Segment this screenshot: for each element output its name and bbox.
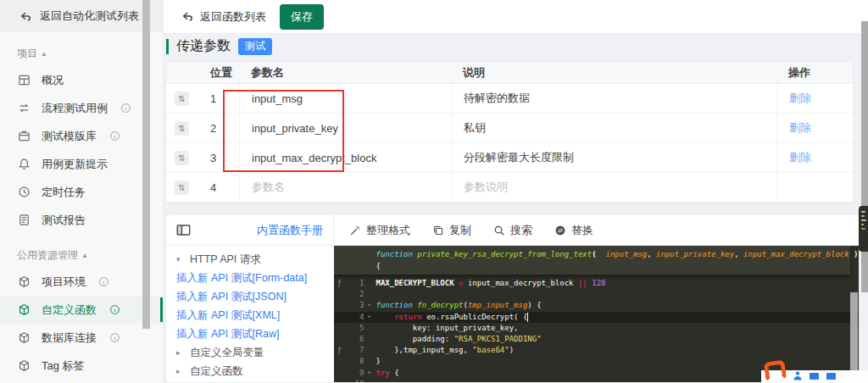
insert-api-link[interactable]: 插入新 API 测试[Raw] (166, 325, 334, 343)
position-cell: 2 (198, 114, 239, 142)
sticky-header-line: function private_key_rsa_decrypt_from_lo… (376, 248, 850, 260)
line-number: 6 (346, 334, 364, 345)
section-label-text: 公用资源管理 (17, 248, 78, 263)
code-token: "base64" (472, 346, 509, 354)
gutter-marker-icon (334, 300, 346, 311)
param-desc-input[interactable]: 参数说明 (451, 173, 776, 202)
sidebar-item-自定义函数[interactable]: 自定义函数 (0, 296, 163, 324)
line-number: 2 (346, 289, 364, 300)
drag-handle-icon[interactable]: ⇅ (175, 92, 189, 106)
sidebar-item-测试模版库[interactable]: 测试模版库 (0, 122, 163, 150)
editor-card: 内置函数手册 整理格式复制搜索替换 ▾HTTP API 请求插入新 API 测试… (165, 214, 860, 383)
sidebar: 返回自动化测试列表 项目▲概况流程测试用例测试模版库用例更新提示定时任务测试报告… (0, 0, 164, 383)
collapse-caret-icon[interactable]: ▲ (81, 252, 88, 259)
drag-handle-icon[interactable]: ⇅ (175, 121, 189, 136)
toolbar-button-复制[interactable]: 复制 (432, 223, 471, 238)
insert-api-link[interactable]: 插入新 API 测试[XML] (166, 306, 334, 325)
code-text: try { (375, 368, 399, 379)
insert-api-link[interactable]: 插入新 API 测试[Form-data] (166, 269, 334, 287)
delete-link[interactable]: 删除 (789, 91, 811, 106)
drag-cell: ⇅ (166, 121, 198, 136)
toolbar-button-替换[interactable]: 替换 (554, 223, 593, 238)
builtin-function-manual-link[interactable]: 内置函数手册 (257, 223, 323, 238)
code-text (375, 289, 376, 300)
sidebar-item-Tag 标签[interactable]: Tag 标签 (0, 352, 163, 380)
flow-icon (18, 102, 31, 114)
param-name-input[interactable]: input_max_decrypt_block (239, 143, 451, 172)
delete-link[interactable]: 删除 (789, 150, 811, 165)
back-to-function-label: 返回函数列表 (200, 9, 266, 25)
fold-caret-icon (364, 278, 375, 289)
sidebar-item-概况[interactable]: 概况 (0, 66, 163, 94)
sidebar-item-定时任务[interactable]: 定时任务 (0, 178, 163, 206)
editor-scrollbar[interactable] (850, 292, 858, 383)
line-number: 9 (346, 368, 364, 379)
code-token: } (376, 357, 381, 365)
sidebar-item-数据库连接[interactable]: 数据库连接 (0, 324, 163, 352)
fold-caret-icon[interactable]: ▾ (364, 368, 375, 379)
drag-handle-icon[interactable]: ⇅ (175, 151, 189, 165)
clock-icon (18, 186, 31, 198)
editor-body: ▾HTTP API 请求插入新 API 测试[Form-data]插入新 API… (166, 246, 859, 383)
code-token: input_private_key (656, 250, 734, 258)
param-name-input[interactable]: input_private_key (239, 114, 451, 142)
sidebar-item-label: 用例更新提示 (42, 157, 108, 172)
sidebar-item-项目环境[interactable]: 项目环境 (0, 268, 163, 296)
code-token: { (376, 262, 381, 270)
code-token: , (734, 250, 743, 258)
param-desc-input[interactable]: 待解密的数据 (451, 84, 776, 113)
sidebar-item-用例更新提示[interactable]: 用例更新提示 (0, 150, 163, 178)
toolbar-button-搜索[interactable]: 搜索 (493, 223, 532, 238)
copy-icon (432, 225, 444, 236)
back-to-automation-list[interactable]: 返回自动化测试列表 (0, 0, 163, 32)
sidebar-item-测试报告[interactable]: 测试报告 (0, 206, 163, 234)
editor-toolbar-buttons: 整理格式复制搜索替换 (334, 215, 859, 245)
sidebar-item-label: 定时任务 (42, 185, 86, 200)
param-name-input[interactable]: 参数名 (239, 173, 451, 202)
chevron-icon: ▸ (176, 367, 184, 375)
collapse-caret-icon[interactable]: ▲ (41, 50, 47, 58)
fold-caret-icon (364, 323, 375, 334)
page-scrollbar[interactable] (861, 21, 868, 292)
code-token: eo.rsaPublicDecrypt( { (422, 313, 528, 321)
fold-caret-icon (364, 289, 375, 300)
delete-link[interactable]: 删除 (789, 120, 811, 136)
back-to-function-list[interactable]: 返回函数列表 (181, 9, 266, 25)
table-row: ⇅1input_msg待解密的数据删除 (166, 84, 853, 114)
param-name-input[interactable]: input_msg (239, 84, 451, 113)
watermark-grid-icon (810, 373, 819, 380)
insert-api-link[interactable]: 插入新 API 测试[JSON] (166, 287, 334, 306)
panel-toggle-icon[interactable] (176, 224, 191, 236)
drag-handle-icon[interactable]: ⇅ (175, 180, 189, 195)
bell-icon (18, 158, 31, 170)
function-group-自定义全局变量[interactable]: ▸自定义全局变量 (166, 343, 334, 362)
sidebar-item-流程测试用例[interactable]: 流程测试用例 (0, 94, 163, 122)
sidebar-item-label: 数据库连接 (42, 330, 97, 346)
fold-caret-icon (364, 345, 375, 356)
code-text: return eo.rsaPublicDecrypt( { (375, 312, 529, 323)
section-label-text: 项目 (17, 47, 37, 61)
function-group-HTTP API 请求[interactable]: ▾HTTP API 请求 (166, 250, 334, 269)
test-badge[interactable]: 测试 (238, 38, 272, 55)
cube-icon (18, 303, 31, 316)
sidebar-section-label: 项目▲ (17, 47, 163, 61)
function-group-自定义函数[interactable]: ▸自定义函数 (166, 362, 334, 380)
code-token: input_max_decrypt_block (743, 250, 849, 258)
editor-toolbar-left: 内置函数手册 (166, 215, 334, 245)
cube-icon (18, 359, 31, 372)
param-desc-input[interactable]: 私钥 (451, 114, 776, 142)
save-button[interactable]: 保存 (280, 4, 324, 30)
sidebar-scrollbar[interactable] (142, 0, 150, 329)
position-cell: 4 (198, 173, 239, 202)
header-drag-col (166, 62, 198, 83)
param-desc-input[interactable]: 分段解密最大长度限制 (451, 143, 776, 172)
toolbar-button-整理格式[interactable]: 整理格式 (349, 223, 410, 238)
code-token: = (459, 279, 468, 287)
params-section-header: 传递参数 测试 (166, 37, 272, 55)
fold-caret-icon[interactable]: ▾ (364, 312, 375, 323)
report-icon (18, 214, 31, 226)
fold-caret-icon[interactable]: ▾ (364, 300, 375, 311)
code-token (597, 250, 606, 258)
position-cell: 3 (198, 143, 239, 172)
sidebar-item-label: 测试模版库 (42, 129, 97, 144)
